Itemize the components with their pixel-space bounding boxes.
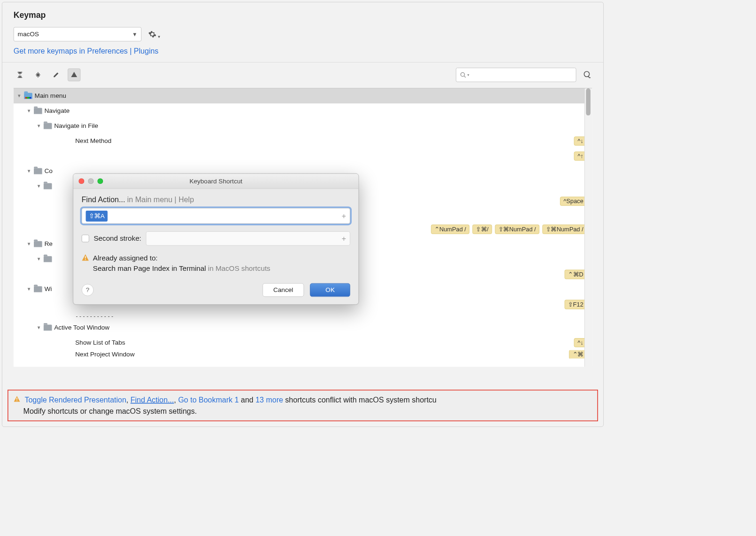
shortcut-value: ⇧⌘A <box>86 211 108 221</box>
shortcut-chip: ⇧⌘NumPad / <box>542 224 587 234</box>
tree-row-show-list-of-tabs[interactable]: Show List of Tabs ^↓ <box>14 335 592 350</box>
help-button[interactable]: ? <box>82 284 94 296</box>
add-icon[interactable]: + <box>342 234 346 243</box>
scrollbar-thumb[interactable] <box>586 88 591 116</box>
folder-icon <box>44 324 52 331</box>
shortcut-chip: ⇧⌘NumPad / <box>495 224 540 234</box>
warning-icon <box>82 254 89 261</box>
page-title: Keymap <box>2 2 603 27</box>
dialog-titlebar[interactable]: Keyboard Shortcut <box>73 174 358 189</box>
folder-icon <box>34 241 42 247</box>
conflict-link[interactable]: Find Action... <box>131 396 174 404</box>
conflict-link[interactable]: Go to Bookmark 1 <box>178 396 239 404</box>
tree-row-navigate[interactable]: ▼Navigate <box>14 103 592 118</box>
add-icon[interactable]: + <box>342 212 346 220</box>
disclosure-icon[interactable]: ▼ <box>36 257 41 262</box>
ok-button[interactable]: OK <box>310 283 350 297</box>
first-stroke-input[interactable]: ⇧⌘A + <box>82 208 350 224</box>
tree-row-main-menu[interactable]: ▼Main menu <box>14 88 592 103</box>
shortcut-chip: ⇧⌘/ <box>472 224 492 234</box>
cancel-button[interactable]: Cancel <box>262 283 304 297</box>
tree-row-navigate-in-file[interactable]: ▼Navigate in File <box>14 118 592 134</box>
tree-row-next-method[interactable]: Next Method ^↓ <box>14 134 592 149</box>
tree-row-active-tool-window[interactable]: ▼Active Tool Window <box>14 320 592 335</box>
disclosure-icon[interactable]: ▼ <box>26 168 32 173</box>
search-icon <box>460 72 466 78</box>
folder-icon <box>44 183 52 189</box>
svg-rect-4 <box>16 401 17 401</box>
svg-line-1 <box>464 76 465 78</box>
collapse-all-button[interactable] <box>32 69 44 81</box>
second-stroke-checkbox[interactable] <box>82 235 89 242</box>
zoom-icon[interactable] <box>97 178 103 184</box>
keymap-select-value: macOS <box>18 31 39 38</box>
disclosure-icon[interactable]: ▼ <box>26 287 32 292</box>
shortcut-chip: ⌃NumPad / <box>431 224 470 234</box>
shortcut-chip: ⌃⌘D <box>565 269 587 279</box>
folder-icon <box>44 123 52 129</box>
shortcut-chip: ⇧F12 <box>565 300 587 309</box>
close-icon[interactable] <box>79 178 84 184</box>
assignment-warning: Already assigned to: Search man Page Ind… <box>82 254 350 273</box>
dialog-action-path: Find Action... in Main menu | Help <box>82 196 350 204</box>
svg-point-0 <box>461 72 465 76</box>
minimize-icon <box>88 178 94 184</box>
disclosure-icon[interactable]: ▼ <box>16 93 22 98</box>
second-stroke-input[interactable]: + <box>146 231 350 245</box>
keyboard-shortcut-dialog: Keyboard Shortcut Find Action... in Main… <box>73 173 359 305</box>
warning-icon <box>14 396 23 404</box>
find-by-shortcut-button[interactable] <box>583 71 592 79</box>
scrollbar[interactable] <box>584 88 592 367</box>
conflict-link[interactable]: Toggle Rendered Presentation <box>24 396 126 404</box>
folder-icon <box>24 93 32 99</box>
disclosure-icon[interactable]: ▼ <box>36 123 41 128</box>
folder-icon <box>34 108 42 114</box>
search-filter-dropdown-icon[interactable]: ▾ <box>467 73 469 77</box>
shortcut-chip: ^Space <box>560 197 587 205</box>
svg-point-2 <box>584 71 589 77</box>
chevron-down-icon: ▼ <box>132 31 137 37</box>
keymap-select[interactable]: macOS ▼ <box>14 27 142 41</box>
svg-rect-5 <box>85 256 86 259</box>
folder-icon <box>44 256 52 262</box>
separator: ----------- <box>14 312 592 320</box>
svg-rect-3 <box>16 398 17 400</box>
search-input[interactable]: ▾ <box>456 68 576 82</box>
folder-icon <box>34 286 42 292</box>
expand-all-button[interactable] <box>14 69 26 81</box>
disclosure-icon[interactable]: ▼ <box>36 183 41 189</box>
disclosure-icon[interactable]: ▼ <box>26 108 32 113</box>
disclosure-icon[interactable]: ▼ <box>26 242 32 247</box>
disclosure-icon[interactable]: ▼ <box>36 325 41 330</box>
tree-row-cut[interactable]: Next Project Window ⌃⌘ <box>14 350 592 359</box>
conflict-more-link[interactable]: 13 more <box>255 396 283 404</box>
second-stroke-label: Second stroke: <box>94 234 141 243</box>
tree-row-cut[interactable]: ^↑ <box>14 149 592 164</box>
svg-rect-6 <box>85 259 86 260</box>
gear-icon[interactable] <box>148 30 157 39</box>
dialog-title: Keyboard Shortcut <box>73 177 358 185</box>
folder-icon <box>34 168 42 174</box>
edit-button[interactable] <box>50 69 63 81</box>
conflict-banner: Toggle Rendered Presentation, Find Actio… <box>8 390 598 421</box>
more-keymaps-link[interactable]: Get more keymaps in Preferences | Plugin… <box>2 41 603 62</box>
show-conflicts-button[interactable] <box>68 69 80 81</box>
